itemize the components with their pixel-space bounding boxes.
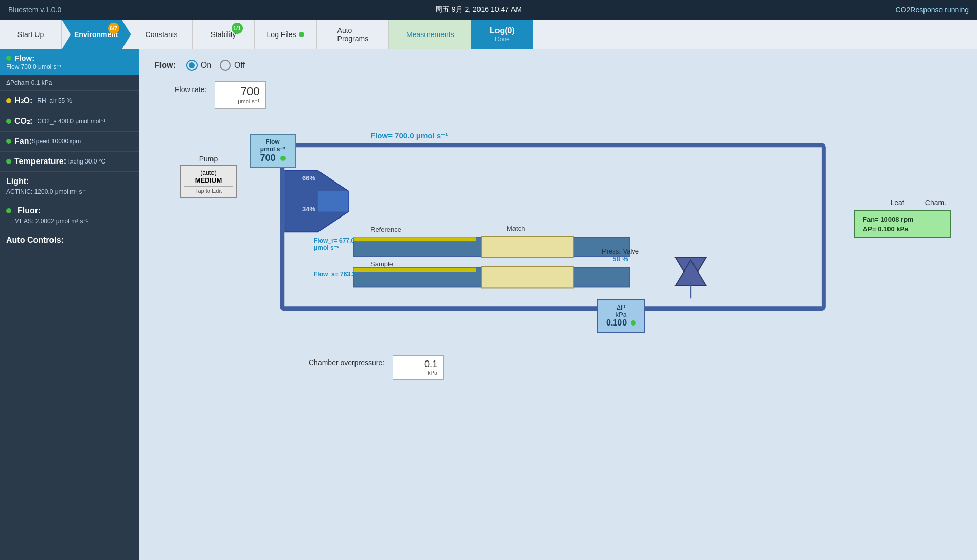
match-label: Match [507,225,525,232]
radio-on[interactable]: On [186,60,211,71]
pump-section: Pump (auto) MEDIUM Tap to Edit [180,155,237,198]
delta-p-value: 0.100 [606,318,627,328]
temp-label: Temperature: [14,157,66,166]
auto-controls-label: Auto Controls: [6,236,64,244]
stability-badge: 1/1 [232,23,243,34]
date-time: 周五 9月 2, 2016 10:47 AM [435,5,522,14]
content-area: Flow: On Off Flow rate: 700 μmol s⁻¹ [139,49,977,560]
leaf-cham-box: Fan= 10008 rpm ΔP= 0.100 kPa [854,210,951,238]
tab-environment[interactable]: 6/7 Environment [62,20,131,49]
svg-rect-3 [482,236,574,258]
h2o-dot [6,98,11,103]
tab-constants-label: Constants [146,30,178,39]
radio-off-label: Off [234,61,245,70]
sidebar-fan: Fan: Speed 10000 rpm [0,132,139,152]
radio-on-label: On [201,61,211,70]
delta-p-box: ΔPkPa 0.100 [597,299,645,333]
flow-dot [6,56,11,61]
app-title: Bluestem v.1.0.0 [8,6,61,14]
svg-rect-5 [353,237,476,241]
tab-logfiles[interactable]: Log Files [255,20,317,49]
split-66-pct: 66% [302,174,315,182]
sidebar-dp-section: ΔPcham 0.1 kPa [0,75,139,91]
tab-startup[interactable]: Start Up [0,20,62,49]
temp-value: Txchg 30.0 °C [66,158,105,165]
leaf-cham-header: Leaf Cham. [891,198,946,207]
top-bar: Bluestem v.1.0.0 周五 9月 2, 2016 10:47 AM … [0,0,977,20]
press-valve-section: Press. Valve 58 % [602,247,639,263]
radio-on-circle[interactable] [186,60,198,71]
light-label: Light: [6,177,29,186]
fan-label: Fan: [14,137,32,146]
fan-dot [6,139,11,144]
press-valve-label: Press. Valve [602,247,639,255]
fluor-value: MEAS: 2.0002 μmol m² s⁻¹ [14,218,133,225]
tab-constants[interactable]: Constants [131,20,193,49]
sidebar-fluor: Fluor: MEAS: 2.0002 μmol m² s⁻¹ [0,201,139,230]
sidebar-h2o: H₂O: RH_air 55 % [0,91,139,111]
pump-tap: Tap to Edit [184,186,233,194]
tab-stability[interactable]: 1/1 Stability [193,20,255,49]
flow-rate-value: 700 [221,85,259,98]
sidebar-dp-value: ΔPcham 0.1 kPa [6,79,52,86]
svg-rect-6 [353,268,476,272]
sidebar-co2: CO₂: CO2_s 400.0 μmol mol⁻¹ [0,111,139,132]
sample-label: Sample [370,260,393,268]
leaf-label: Leaf [891,198,904,207]
h2o-label: H₂O: [14,96,37,105]
environment-badge: 6/7 [108,23,119,34]
pump-box[interactable]: (auto) MEDIUM Tap to Edit [180,165,237,198]
flow-rate-box: 700 μmol s⁻¹ [215,81,266,109]
svg-marker-8 [318,191,349,212]
flow-header-value: Flow 700.0 μmol s⁻¹ [6,63,133,70]
press-valve-pct: 58 % [602,255,639,263]
tab-log-label: Log(0) [490,26,515,35]
delta-p-title: ΔPkPa [606,304,636,318]
tab-measurements[interactable]: Measurements [389,20,471,49]
leaf-dp-value: ΔP= 0.100 kPa [863,225,942,233]
sidebar-auto-controls: Auto Controls: [0,230,139,250]
flow-section-label: Flow: [154,61,176,70]
pump-medium: MEDIUM [184,176,233,184]
flow-sensor-title: Flowμmol s⁻¹ [256,138,290,153]
fan-value: Speed 10000 rpm [32,138,81,145]
fluor-label: Fluor: [17,206,41,215]
fluor-dot [6,208,11,213]
radio-off[interactable]: Off [220,60,245,71]
tab-measurements-label: Measurements [406,30,454,39]
sidebar: Flow: Flow 700.0 μmol s⁻¹ ΔPcham 0.1 kPa… [0,49,139,560]
reference-label: Reference [370,226,401,233]
tab-autoprograms-label: AutoPrograms [337,26,369,43]
svg-rect-4 [482,267,574,288]
light-value: ACTINIC: 1200.0 μmol m² s⁻¹ [6,188,133,195]
pump-label: Pump [180,155,237,163]
leaf-fan-value: Fan= 10008 rpm [863,215,942,223]
sidebar-temperature: Temperature: Txchg 30.0 °C [0,152,139,172]
flow-controls: Flow: On Off [154,60,962,71]
nav-tabs: Start Up 6/7 Environment Constants 1/1 S… [0,20,977,49]
sidebar-flow-section: Flow: Flow 700.0 μmol s⁻¹ [0,49,139,75]
tab-log[interactable]: Log(0) Done [471,20,533,49]
co2-dot [6,119,11,124]
flow-rate-label: Flow rate: [175,85,206,94]
tab-log-done: Done [495,35,510,43]
sidebar-light: Light: ACTINIC: 1200.0 μmol m² s⁻¹ [0,172,139,201]
co2-value: CO2_s 400.0 μmol mol⁻¹ [37,118,105,125]
status-indicator: CO2Response running [896,6,969,14]
temp-dot [6,159,11,164]
flow-sensor-dot [280,156,286,161]
tab-logfiles-label: Log Files [267,30,296,39]
flow-s-label: Flow_s= 763.3 [314,270,356,278]
tab-startup-label: Start Up [17,30,44,39]
cham-label: Cham. [925,198,946,207]
logfiles-dot [299,32,304,37]
flow-radio-group: On Off [186,60,245,71]
flow-sensor: Flowμmol s⁻¹ 700 [250,134,296,168]
main-layout: Flow: Flow 700.0 μmol s⁻¹ ΔPcham 0.1 kPa… [0,49,977,560]
tab-autoprograms[interactable]: AutoPrograms [317,20,389,49]
flow-r-label: Flow_r= 677.0 μmol s⁻¹ [314,237,354,251]
flow-rate-section: Flow rate: 700 μmol s⁻¹ [175,81,962,109]
flow-diagram: Pump (auto) MEDIUM Tap to Edit Flowμmol … [154,124,962,371]
delta-p-dot [631,320,636,326]
radio-off-circle[interactable] [220,60,231,71]
